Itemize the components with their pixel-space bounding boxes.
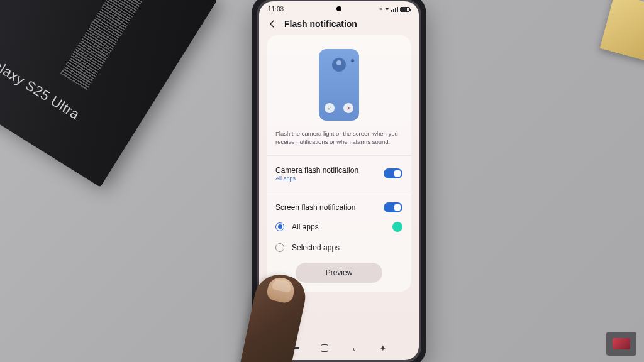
all-apps-radio[interactable] — [275, 222, 284, 231]
product-box: Galaxy S25 Ultra — [0, 0, 217, 187]
battery-icon — [400, 7, 410, 12]
screen-flash-label: Screen flash notification — [275, 203, 355, 212]
camera-flash-label: Camera flash notification — [275, 166, 358, 175]
camera-flash-sublabel: All apps — [275, 175, 358, 182]
camera-punch-hole — [336, 6, 341, 11]
wooden-object — [600, 0, 644, 63]
color-indicator[interactable] — [392, 222, 402, 232]
camera-flash-toggle[interactable] — [384, 168, 402, 178]
page-header: Flash notification — [259, 15, 419, 35]
person-icon — [332, 58, 346, 72]
page-title: Flash notification — [284, 19, 357, 29]
screen-flash-toggle[interactable] — [384, 202, 402, 212]
wifi-icon — [385, 7, 389, 11]
feature-description: Flash the camera light or the screen whe… — [275, 129, 402, 146]
back-icon[interactable] — [268, 19, 277, 28]
status-time: 11:03 — [268, 6, 284, 13]
selected-apps-label: Selected apps — [292, 243, 340, 252]
call-decline-icon: ✕ — [343, 103, 353, 113]
channel-watermark — [606, 332, 636, 356]
all-apps-label: All apps — [292, 222, 319, 231]
nav-home[interactable] — [318, 344, 331, 352]
signal-icon — [391, 7, 398, 12]
camera-flash-row[interactable]: Camera flash notification All apps — [275, 162, 402, 185]
settings-card: ✓ ✕ Flash the camera light or the screen… — [267, 35, 411, 292]
preview-button[interactable]: Preview — [296, 263, 383, 283]
illustration: ✓ ✕ — [275, 44, 402, 129]
box-barcode — [60, 0, 147, 90]
screen-flash-row[interactable]: Screen flash notification — [275, 199, 402, 216]
nav-back[interactable]: ‹ — [347, 344, 360, 353]
nav-assistant[interactable]: ✦ — [377, 343, 389, 353]
all-apps-radio-row[interactable]: All apps — [275, 216, 402, 238]
volume-icon — [379, 7, 383, 11]
call-accept-icon: ✓ — [325, 103, 335, 113]
selected-apps-radio[interactable] — [275, 243, 284, 252]
selected-apps-radio-row[interactable]: Selected apps — [275, 238, 402, 258]
